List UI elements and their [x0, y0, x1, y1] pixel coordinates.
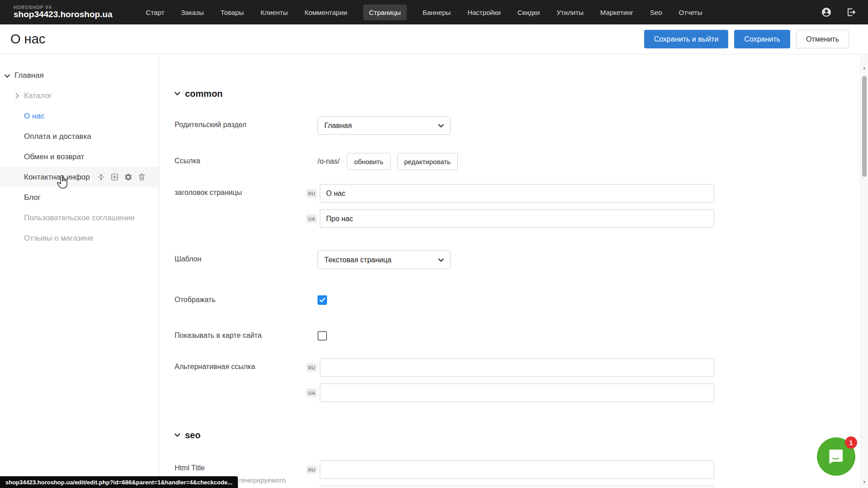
top-navigation-bar: HOROSHOP V4 shop34423.horoshop.ua Старт …: [0, 0, 868, 24]
shop-logo[interactable]: HOROSHOP V4 shop34423.horoshop.ua: [14, 5, 113, 19]
delete-trash-icon[interactable]: [138, 173, 146, 181]
save-button[interactable]: Сохранить: [734, 30, 790, 48]
vertical-scrollbar: ▲ ▼: [860, 55, 868, 488]
logout-icon[interactable]: [845, 7, 856, 18]
chat-widget-button[interactable]: 1: [817, 437, 855, 476]
cancel-button[interactable]: Отменить: [796, 30, 849, 48]
nav-reports[interactable]: Отчеты: [678, 5, 703, 20]
page-heading-ua-input[interactable]: [320, 209, 714, 228]
tree-item-actions: [97, 173, 146, 181]
html-title-label: Html Title: [175, 464, 306, 472]
lang-ua-badge: UA: [306, 214, 317, 223]
template-select[interactable]: Текстовая страница: [318, 251, 451, 269]
nav-seo[interactable]: Seo: [649, 5, 663, 20]
nav-clients[interactable]: Клиенты: [260, 5, 289, 20]
nav-utilities[interactable]: Утилиты: [555, 5, 584, 20]
lang-ua-badge: UA: [306, 389, 317, 397]
link-edit-button[interactable]: редактировать: [397, 153, 458, 170]
link-label: Ссылка: [175, 153, 318, 165]
tree-item-glavnaya[interactable]: Главная: [0, 65, 159, 85]
display-label: Отображать: [175, 291, 318, 304]
template-label: Шаблон: [175, 251, 318, 263]
sitemap-checkbox[interactable]: [318, 331, 327, 341]
lang-ru-badge: RU: [306, 465, 317, 474]
page-heading-label: заголовок страницы: [175, 184, 306, 197]
html-title-ru-input[interactable]: [320, 460, 714, 479]
status-url-tooltip: shop34423.horoshop.ua/edit/edit.php?id=6…: [0, 476, 238, 488]
section-common-toggle[interactable]: common: [175, 87, 860, 100]
lang-ru-badge: RU: [306, 189, 317, 198]
nav-orders[interactable]: Заказы: [180, 5, 204, 20]
nav-banners[interactable]: Баннеры: [422, 5, 451, 20]
scroll-down-arrow[interactable]: ▼: [861, 480, 868, 484]
sitemap-label: Показывать в карте сайта: [175, 327, 318, 340]
lang-ru-badge: RU: [306, 363, 317, 372]
display-checkbox[interactable]: [318, 295, 327, 305]
page-edit-form: common Родительский раздел Главная Ссылк…: [160, 55, 860, 488]
link-refresh-button[interactable]: обновить: [347, 153, 391, 170]
chat-bubble-icon: [827, 447, 846, 466]
check-icon: [319, 298, 325, 303]
page-heading-ru-input[interactable]: [320, 184, 714, 203]
pages-tree-sidebar: Главная Каталог О нас Оплата и доставка …: [0, 55, 159, 488]
tree-item-o-nas[interactable]: О нас: [0, 106, 159, 126]
html-title-ua-input[interactable]: [320, 486, 714, 488]
nav-pages[interactable]: Страницы: [363, 5, 407, 20]
alt-link-label: Альтернативная ссылка: [175, 358, 306, 371]
settings-gear-icon[interactable]: [124, 173, 133, 181]
nav-comments[interactable]: Комментарии: [304, 5, 348, 20]
move-icon[interactable]: [97, 173, 105, 181]
page-header: О нас Сохранить и выйти Сохранить Отмени…: [0, 24, 868, 54]
tree-item-soglashenie[interactable]: Пользовательское соглашение: [0, 208, 159, 228]
scrollbar-thumb[interactable]: [862, 76, 867, 177]
nav-marketing[interactable]: Маркетинг: [599, 5, 634, 20]
tree-item-otzyvy[interactable]: Отзывы о магазине: [0, 228, 159, 248]
tree-item-blog[interactable]: Блог: [0, 187, 159, 208]
chevron-down-icon: [175, 432, 180, 438]
topbar-right-icons: [821, 7, 856, 18]
save-and-exit-button[interactable]: Сохранить и выйти: [644, 30, 729, 48]
section-seo-toggle[interactable]: seo: [175, 428, 860, 442]
header-actions: Сохранить и выйти Сохранить Отменить: [644, 30, 849, 48]
page: HOROSHOP V4 shop34423.horoshop.ua Старт …: [0, 0, 868, 488]
nav-discounts[interactable]: Скидки: [517, 5, 541, 20]
chevron-down-icon: [438, 258, 444, 262]
main-menu: Старт Заказы Товары Клиенты Комментарии …: [145, 5, 703, 20]
scroll-up-arrow[interactable]: ▲: [861, 66, 868, 70]
tree-item-obmen[interactable]: Обмен и возврат: [0, 147, 159, 167]
tree-item-oplata[interactable]: Оплата и доставка: [0, 126, 159, 147]
tree-item-kontaktnaya[interactable]: Контактная инфор: [0, 167, 159, 187]
add-page-icon[interactable]: [110, 173, 119, 181]
nav-settings[interactable]: Настройки: [466, 5, 502, 20]
parent-section-select[interactable]: Главная: [318, 116, 451, 135]
tree-item-katalog[interactable]: Каталог: [0, 85, 159, 106]
account-icon[interactable]: [821, 7, 832, 18]
alt-link-ua-input[interactable]: [320, 384, 714, 402]
alt-link-ru-input[interactable]: [320, 358, 714, 377]
chat-unread-badge: 1: [845, 436, 857, 449]
chevron-down-icon: [438, 124, 444, 128]
chevron-right-icon: [14, 93, 20, 99]
chevron-down-icon: [5, 73, 10, 79]
page-title: О нас: [10, 32, 45, 47]
link-path-value: /o-nas/: [318, 157, 340, 166]
parent-section-label: Родительский раздел: [175, 116, 318, 129]
nav-start[interactable]: Старт: [145, 5, 166, 20]
logo-domain-label: shop34423.horoshop.ua: [14, 10, 113, 19]
chevron-down-icon: [175, 91, 180, 96]
nav-products[interactable]: Товары: [219, 5, 245, 20]
